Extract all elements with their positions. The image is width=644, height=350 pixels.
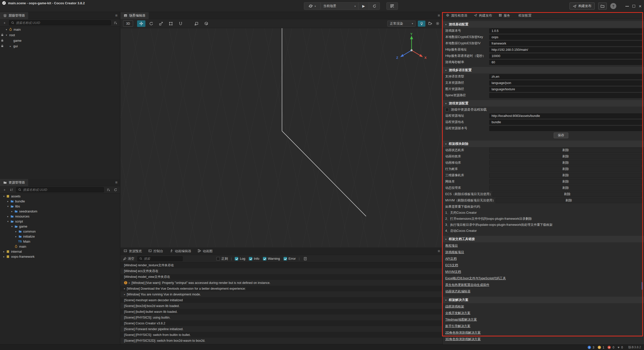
coordinate-mode-button[interactable] — [202, 20, 210, 27]
minimize-button[interactable] — [625, 6, 629, 7]
info-badge-icon[interactable]: i — [588, 346, 591, 349]
asset-node-seedrandom[interactable]: seedrandom — [0, 209, 120, 214]
field-input[interactable] — [489, 41, 642, 46]
maximize-button[interactable] — [632, 5, 635, 8]
log-row-6[interactable]: [Scene] meshopt wasm decoder initialized — [120, 297, 442, 303]
field-input[interactable] — [489, 93, 642, 98]
menu-0[interactable] — [1, 6, 6, 12]
preview-platform-button[interactable]: ▾ — [304, 3, 321, 10]
menu-1[interactable] — [6, 6, 11, 12]
move-tool-button[interactable] — [137, 20, 145, 27]
section-module-trim[interactable]: ▾ 框架模块剔除 — [443, 141, 644, 147]
section-resource-config[interactable]: ▾ 游戏资源配置 — [443, 100, 644, 107]
asset-node-Main[interactable]: TS Main — [0, 239, 120, 244]
error-badge-icon[interactable]: × — [608, 346, 611, 349]
menu-4[interactable] — [21, 6, 26, 12]
doc-link-2[interactable]: API文档 — [443, 255, 644, 262]
chevron-icon[interactable] — [5, 34, 8, 36]
field-input[interactable] — [489, 126, 642, 131]
log-row-3[interactable]: ! ▸ [Window] [Vue warn]: Property "onInp… — [120, 280, 442, 286]
clear-console-button[interactable]: 清空 — [123, 256, 134, 261]
doc-link-6[interactable]: 原生包热更新配置自动生成插件 — [443, 282, 644, 288]
reload-button[interactable] — [369, 3, 380, 10]
field-input[interactable] — [489, 87, 642, 92]
log-row-1[interactable]: [Window] ecs文件夹存在 — [120, 268, 442, 274]
axis-gizmo[interactable]: Y X Z — [393, 33, 430, 68]
field-input[interactable] — [489, 28, 642, 33]
gear-icon[interactable] — [435, 21, 440, 26]
trim-button[interactable]: 剔除 — [489, 185, 642, 191]
chevron-icon[interactable] — [14, 230, 18, 233]
hierarchy-tab[interactable]: 层级管理器 — [0, 12, 28, 19]
inspector-tab-1[interactable]: 构建发布 — [471, 12, 495, 19]
hierarchy-search-input[interactable] — [16, 21, 109, 25]
inspector-tab-2[interactable]: 服务 — [495, 12, 513, 19]
field-input[interactable] — [489, 35, 642, 40]
solution-link-4[interactable]: 2D角色扮演游戏解决方案 — [443, 329, 644, 336]
console-tab-0[interactable]: 资源预览 — [120, 247, 145, 255]
regex-checkbox-box[interactable] — [216, 257, 220, 260]
log-filter-2[interactable]: Warning — [263, 257, 280, 260]
solution-link-3[interactable]: 新手引导解决方案 — [443, 323, 644, 329]
solution-link-0[interactable]: 战棋游戏框架 — [443, 303, 644, 310]
filter-checkbox-box[interactable] — [284, 257, 287, 260]
assets-search-input[interactable] — [23, 188, 102, 192]
console-tab-2[interactable]: 动画编辑器 — [167, 247, 194, 255]
help-button[interactable]: ? — [610, 3, 616, 9]
sort-assets-icon[interactable] — [9, 187, 14, 192]
filter-checkbox-box[interactable] — [263, 257, 266, 260]
chevron-icon[interactable] — [5, 28, 8, 31]
filter-checkbox-box[interactable] — [235, 257, 238, 260]
camera-settings-icon[interactable] — [428, 21, 433, 26]
scene-editor-tab[interactable]: 场景编辑器 — [120, 12, 149, 19]
log-row-0[interactable]: [Window] render_texture文件夹存在 — [120, 262, 442, 268]
doc-link-5[interactable]: Excel格式转Json文件与TypeScript代码工具 — [443, 275, 644, 282]
chevron-icon[interactable] — [2, 250, 6, 253]
log-file-icon[interactable] — [303, 256, 308, 261]
log-filter-1[interactable]: Info — [249, 257, 259, 260]
mode-3d-button[interactable]: 3D — [123, 20, 133, 27]
render-mode-select[interactable]: 正常渲染 ▾ — [387, 21, 416, 27]
trim-button[interactable]: 剔除 — [489, 160, 642, 165]
log-row-13[interactable]: [Scene] [PHYSICS2D]: switch from box2d-w… — [120, 338, 442, 343]
filter-checkbox-box[interactable] — [249, 257, 252, 260]
pivot-mode-button[interactable] — [192, 20, 200, 27]
asset-node-internal[interactable]: internal — [0, 249, 120, 254]
menu-7[interactable] — [36, 6, 41, 12]
menu-6[interactable] — [31, 6, 36, 12]
create-asset-button[interactable]: ＋ — [2, 187, 7, 192]
inspector-scrollbar-thumb[interactable] — [642, 282, 643, 290]
remote-load-checkbox[interactable]: 游戏中资源是否远程加载 — [443, 107, 644, 113]
solution-link-5[interactable]: 3D角色扮演游戏解决方案 — [443, 336, 644, 342]
refresh-assets-icon[interactable] — [113, 187, 118, 192]
log-row-9[interactable]: [Scene] [PHYSICS]: using builtin. — [120, 315, 442, 320]
chevron-icon[interactable] — [10, 225, 14, 228]
chevron-icon[interactable] — [2, 195, 6, 198]
log-row-4[interactable]: ▸ [Window] Download the Vue Devtools ext… — [120, 286, 442, 291]
trim-button[interactable]: 剔除 — [489, 166, 642, 172]
scene-select[interactable]: 当前场景 ▾ — [321, 3, 358, 10]
trim-button[interactable]: 剔除 — [489, 179, 642, 184]
preview-on-device-button[interactable] — [386, 2, 398, 10]
open-project-folder-button[interactable] — [598, 3, 607, 10]
hierarchy-node-root[interactable]: root — [0, 32, 120, 38]
log-row-8[interactable]: [Scene] [bullet]:bullet wasm lib loaded. — [120, 309, 442, 315]
asset-node-initialize[interactable]: initialize — [0, 234, 120, 239]
console-tab-1[interactable]: 控制台 — [145, 247, 167, 255]
field-input[interactable] — [489, 54, 642, 59]
chevron-icon[interactable] — [10, 210, 14, 213]
warning-badge-icon[interactable]: ! — [598, 346, 601, 349]
play-button[interactable]: ▶ — [358, 3, 369, 10]
field-input[interactable] — [489, 47, 642, 52]
menu-3[interactable] — [16, 6, 21, 12]
log-row-7[interactable]: [Scene] [box2d]:box2d wasm lib loaded. — [120, 303, 442, 309]
expand-icon[interactable]: ▸ — [124, 287, 125, 290]
close-button[interactable]: × — [639, 4, 641, 9]
field-input[interactable] — [489, 74, 642, 79]
hierarchy-node-game[interactable]: game — [0, 38, 120, 43]
heart-icon[interactable]: ♥ — [618, 345, 620, 349]
log-row-11[interactable]: [Scene] Forward render pipeline initiali… — [120, 326, 442, 332]
console-menu-icon[interactable]: ≡ — [438, 249, 440, 253]
log-row-10[interactable]: [Scene] Cocos Creator v3.8.2 — [120, 320, 442, 326]
trim-button[interactable]: 剔除 — [489, 148, 642, 153]
